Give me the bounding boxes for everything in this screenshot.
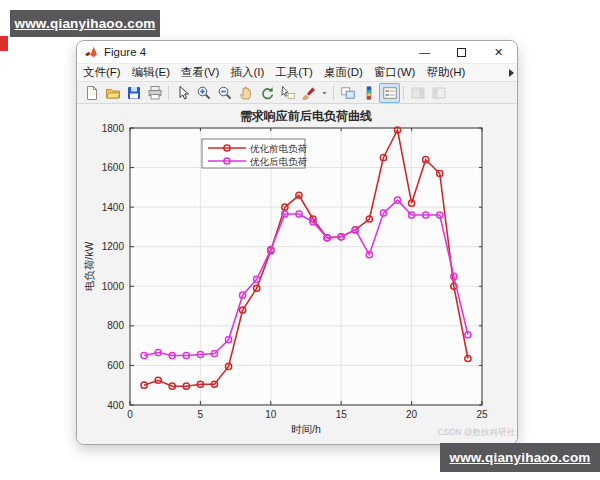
brush-dropdown-icon[interactable] [319, 83, 330, 103]
page: www.qianyihaoo.com Figure 4 — ✕ 文件(F)编辑(… [0, 0, 600, 480]
link-plots-icon[interactable] [337, 83, 358, 103]
red-accent-decoration [0, 36, 8, 51]
menu-item-3[interactable]: 插入(I) [230, 65, 264, 80]
load-curve-chart[interactable]: 051015202540060080010001200140016001800需… [77, 104, 517, 445]
x-tick-label: 15 [336, 409, 348, 420]
x-tick-label: 0 [127, 409, 133, 420]
pan-hand-icon[interactable] [235, 83, 256, 103]
edit-cursor-icon[interactable] [172, 83, 193, 103]
menu-item-5[interactable]: 桌面(D) [324, 65, 363, 80]
menu-item-0[interactable]: 文件(F) [83, 65, 121, 80]
y-tick-label: 800 [107, 320, 124, 331]
menu-overflow-icon[interactable] [509, 69, 514, 77]
toolbar-separator [330, 84, 337, 102]
matlab-logo-icon [84, 46, 98, 58]
minimize-icon[interactable]: — [406, 41, 443, 63]
menu-item-7[interactable]: 帮助(H) [426, 65, 465, 80]
menu-item-6[interactable]: 窗口(W) [374, 65, 416, 80]
x-tick-label: 10 [265, 409, 277, 420]
toolbar-separator [165, 84, 172, 102]
toolbar-separator [400, 84, 407, 102]
y-axis-label: 电负荷/kW [83, 242, 95, 292]
figure-window: Figure 4 — ✕ 文件(F)编辑(E)查看(V)插入(I)工具(T)桌面… [76, 40, 518, 445]
hide-plot-tools-icon[interactable] [407, 83, 428, 103]
watermark-url: www.qianyihaoo.com [449, 450, 590, 465]
window-titlebar[interactable]: Figure 4 — ✕ [77, 41, 517, 63]
figure-canvas: 051015202540060080010001200140016001800需… [77, 104, 517, 445]
menu-item-2[interactable]: 查看(V) [181, 65, 219, 80]
y-tick-label: 1200 [102, 241, 125, 252]
y-tick-label: 1000 [102, 281, 125, 292]
open-folder-icon[interactable] [102, 83, 123, 103]
print-icon[interactable] [144, 83, 165, 103]
show-plot-tools-icon[interactable] [428, 83, 449, 103]
watermark-url: www.qianyihaoo.com [14, 16, 155, 31]
menu-item-4[interactable]: 工具(T) [275, 65, 313, 80]
watermark-banner-top[interactable]: www.qianyihaoo.com [10, 10, 160, 37]
zoom-in-icon[interactable] [193, 83, 214, 103]
plot-area[interactable] [130, 128, 482, 405]
maximize-icon[interactable] [443, 41, 480, 63]
save-icon[interactable] [123, 83, 144, 103]
legend-entry-0: 优化前电负荷 [249, 143, 308, 154]
menu-item-1[interactable]: 编辑(E) [132, 65, 170, 80]
x-axis-label: 时间/h [291, 423, 321, 435]
data-cursor-icon[interactable] [277, 83, 298, 103]
menu-bar: 文件(F)编辑(E)查看(V)插入(I)工具(T)桌面(D)窗口(W)帮助(H) [77, 63, 517, 81]
brush-icon[interactable] [298, 83, 319, 103]
csdn-watermark: CSDN @数技科研社 [437, 427, 515, 437]
legend-entry-1: 优化后电负荷 [249, 156, 308, 167]
new-file-icon[interactable] [81, 83, 102, 103]
y-tick-label: 400 [107, 400, 124, 411]
x-tick-label: 5 [198, 409, 204, 420]
insert-colorbar-icon[interactable] [358, 83, 379, 103]
y-tick-label: 1400 [102, 202, 125, 213]
x-tick-label: 25 [476, 409, 488, 420]
insert-legend-icon[interactable] [379, 83, 400, 103]
y-tick-label: 1800 [102, 123, 125, 134]
rotate-3d-icon[interactable] [256, 83, 277, 103]
y-tick-label: 1600 [102, 162, 125, 173]
zoom-out-icon[interactable] [214, 83, 235, 103]
chart-title: 需求响应前后电负荷曲线 [240, 109, 372, 123]
x-tick-label: 20 [406, 409, 418, 420]
window-title: Figure 4 [104, 46, 406, 58]
y-tick-label: 600 [107, 360, 124, 371]
window-controls: — ✕ [406, 41, 517, 63]
close-icon[interactable]: ✕ [480, 41, 517, 63]
watermark-banner-bottom[interactable]: www.qianyihaoo.com [440, 443, 600, 472]
figure-toolbar [77, 81, 517, 104]
